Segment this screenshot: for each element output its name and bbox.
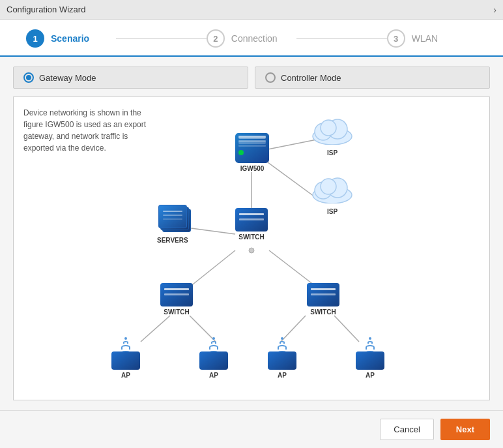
switch-top-device: SWITCH <box>235 208 268 241</box>
ap4-arc1 <box>367 341 373 344</box>
cloud-svg-2 <box>310 172 354 203</box>
controller-radio[interactable] <box>265 72 276 83</box>
cancel-button[interactable]: Cancel <box>380 419 433 440</box>
swl-line-2 <box>164 293 189 295</box>
step-2-circle: 2 <box>207 29 225 48</box>
svg-line-4 <box>186 250 235 290</box>
sw-line-2 <box>239 218 264 220</box>
switch-right-label: SWITCH <box>310 308 336 316</box>
step-divider-1 <box>116 38 206 39</box>
svg-point-17 <box>321 120 336 136</box>
isp1-label: ISP <box>327 149 338 157</box>
ap2-icon-wrap <box>199 337 228 370</box>
step-connection[interactable]: 2 Connection <box>207 29 296 55</box>
igw-label: IGW500 <box>240 165 265 172</box>
server-front <box>158 205 187 228</box>
isp1-cloud <box>310 113 354 147</box>
network-diagram: ISP ISP <box>14 97 489 400</box>
step-2-label: Connection <box>231 33 278 44</box>
ap1-body <box>111 351 140 370</box>
ap4-body <box>356 351 384 370</box>
ap4-dot <box>369 337 371 340</box>
switch-left-label: SWITCH <box>164 308 189 316</box>
step-3-label: WLAN <box>412 33 438 44</box>
switch-top-label: SWITCH <box>238 233 264 241</box>
ap1-label: AP <box>121 372 130 379</box>
isp1-device: ISP <box>310 113 354 157</box>
svg-line-0 <box>268 140 317 149</box>
ap3-dot <box>281 337 283 340</box>
svg-point-21 <box>321 179 336 194</box>
switch-left-device: SWITCH <box>160 283 193 316</box>
switch-right-icon <box>307 283 339 306</box>
igw-line-1 <box>238 136 266 138</box>
igw-icon <box>235 133 269 163</box>
swl-line-1 <box>164 288 189 290</box>
next-button[interactable]: Next <box>440 419 490 440</box>
ap2-arc2 <box>209 345 218 350</box>
step-3-circle: 3 <box>387 29 405 48</box>
igw-led <box>238 150 244 155</box>
igw-line-2 <box>238 140 266 142</box>
mode-row: Gateway Mode Controller Mode <box>13 67 490 89</box>
srv-l1 <box>163 211 182 212</box>
step-divider-2 <box>296 38 386 39</box>
step-1-label: Scenario <box>51 33 89 44</box>
content-area: Gateway Mode Controller Mode Device netw… <box>0 57 503 410</box>
switch-left-icon <box>160 283 193 306</box>
step-scenario[interactable]: 1 Scenario <box>26 29 116 55</box>
controller-mode-option[interactable]: Controller Mode <box>255 67 490 89</box>
window-title: Configuration Wizard <box>7 5 85 14</box>
ap3-body <box>268 351 296 370</box>
gateway-radio[interactable] <box>23 72 34 83</box>
ap1-dot <box>124 337 127 340</box>
ap2-arc1 <box>211 341 216 344</box>
ap2-dot <box>212 337 215 340</box>
svg-line-6 <box>141 316 170 342</box>
srv-l3 <box>163 218 182 220</box>
configuration-wizard: Configuration Wizard › 1 Scenario 2 Conn… <box>0 0 503 448</box>
ap3-arc2 <box>278 345 287 350</box>
isp2-device: ISP <box>310 172 354 215</box>
sw-line-1 <box>239 213 264 215</box>
swr-line-2 <box>311 293 336 295</box>
cloud-svg-1 <box>310 113 354 145</box>
ap3-label: AP <box>278 372 287 379</box>
svg-line-3 <box>186 228 235 234</box>
srv-l2 <box>163 215 182 216</box>
controller-mode-label: Controller Mode <box>281 73 341 83</box>
ap1-device: AP <box>111 337 140 379</box>
ap1-icon-wrap <box>111 337 140 370</box>
ap4-icon-wrap <box>356 337 384 370</box>
igw-line-3 <box>238 145 266 147</box>
ap2-label: AP <box>209 372 218 379</box>
servers-label: SERVERS <box>157 237 188 244</box>
step-1-circle: 1 <box>26 29 44 48</box>
isp2-cloud <box>310 172 354 206</box>
ap4-arc2 <box>366 345 375 350</box>
ap3-icon-wrap <box>268 337 296 370</box>
ap1-arc1 <box>123 341 128 344</box>
svg-point-11 <box>249 248 254 253</box>
ap3-arc1 <box>280 341 285 344</box>
gateway-mode-label: Gateway Mode <box>39 73 96 83</box>
switch-right-device: SWITCH <box>307 283 339 316</box>
wizard-steps: 1 Scenario 2 Connection 3 WLAN <box>0 20 503 57</box>
isp2-label: ISP <box>327 208 338 215</box>
diagram-box: Device networking is shown in the figure… <box>13 97 490 400</box>
servers-device: SERVERS <box>157 205 188 244</box>
igw-device: IGW500 <box>235 133 269 172</box>
ap4-device: AP <box>356 337 384 379</box>
gateway-mode-option[interactable]: Gateway Mode <box>13 67 248 89</box>
swr-line-1 <box>311 288 336 290</box>
footer: Cancel Next <box>0 410 503 448</box>
ap1-arc2 <box>121 345 130 350</box>
ap2-body <box>199 351 228 370</box>
ap3-device: AP <box>268 337 296 379</box>
title-bar: Configuration Wizard › <box>0 0 503 20</box>
ap4-label: AP <box>366 372 375 379</box>
ap2-device: AP <box>199 337 228 379</box>
servers-icon <box>158 205 187 228</box>
close-icon[interactable]: › <box>493 5 496 15</box>
step-wlan[interactable]: 3 WLAN <box>387 29 477 55</box>
